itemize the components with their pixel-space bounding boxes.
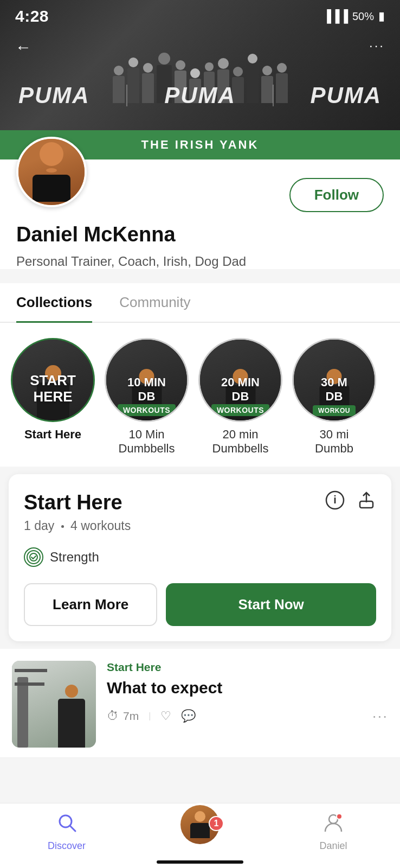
collection-label-20min: 20 minDumbbells — [212, 427, 269, 456]
avatar — [16, 137, 87, 207]
battery-icon: ▮ — [378, 9, 385, 23]
strength-label: Strength — [50, 550, 99, 565]
more-options-button[interactable]: ··· — [369, 38, 385, 53]
svg-point-4 — [27, 551, 40, 564]
collection-item-30min[interactable]: 30 MDB WORKOU 30 miDumbb — [292, 338, 376, 456]
puma-logo-2: PUMA — [164, 82, 236, 108]
status-time: 4:28 — [15, 7, 49, 25]
days-text: 1 day — [24, 519, 54, 533]
hero-crowd — [0, 30, 400, 130]
collection-title-start-here: STARTHERE — [12, 373, 93, 405]
share-button[interactable] — [357, 490, 376, 514]
collection-title-10min: 10 MINDB — [106, 375, 187, 403]
start-here-card: Start Here i 1 day 4 workouts — [9, 474, 391, 641]
svg-text:i: i — [333, 494, 337, 506]
post-info: Start Here What to expect ⏱ 7m | ♡ 💬 ··· — [107, 661, 388, 725]
post-thumb-bg — [12, 661, 96, 748]
discover-icon — [56, 812, 77, 837]
avatar-body — [33, 175, 70, 202]
gym-rack-icon — [17, 677, 28, 748]
profile-header-row: Follow — [16, 159, 384, 223]
avatar-container — [16, 137, 87, 207]
status-bar: 4:28 ▐▐▐ 50% ▮ — [0, 0, 400, 33]
strength-icon — [24, 547, 43, 567]
home-indicator — [157, 860, 243, 864]
battery-level: 50% — [352, 10, 374, 23]
collection-circle-start-here[interactable]: STARTHERE — [11, 338, 95, 422]
post-person — [58, 685, 85, 748]
collection-circle-10min[interactable]: 10 MINDB WORKOUTS — [105, 338, 189, 422]
puma-banner: PUMA PUMA PUMA — [0, 82, 400, 108]
learn-more-button[interactable]: Learn More — [24, 583, 157, 626]
gym-bar-icon — [15, 669, 47, 672]
post-meta-row: ⏱ 7m | ♡ 💬 ··· — [107, 707, 388, 725]
avatar-person — [33, 142, 70, 202]
badge-label-10min: WORKOUTS — [118, 404, 176, 416]
circle-bg-10min: 10 MINDB WORKOUTS — [106, 340, 187, 420]
card-action-icons: i — [325, 490, 376, 514]
comment-icon[interactable]: 💬 — [181, 709, 196, 723]
collection-badge-10min: WORKOUTS — [106, 404, 187, 416]
post-title: What to expect — [107, 678, 388, 698]
start-now-button[interactable]: Start Now — [166, 583, 376, 626]
collection-title-20min: 20 MINDB — [200, 375, 281, 403]
collection-label-start-here: Start Here — [24, 427, 81, 442]
tabs-row: Collections Community — [0, 283, 400, 323]
nav-center: 1 — [133, 818, 267, 846]
avatar-inner — [18, 139, 85, 205]
profile-section: Follow Daniel McKenna Personal Trainer, … — [0, 159, 400, 269]
post-comment[interactable]: 💬 — [181, 709, 196, 723]
profile-name: Daniel McKenna — [16, 223, 384, 248]
nav-profile-label: Daniel — [319, 840, 347, 852]
avatar-head — [40, 142, 63, 166]
collection-badge-30min: WORKOU — [294, 405, 375, 416]
post-thumbnail[interactable] — [12, 661, 96, 748]
svg-line-7 — [70, 826, 75, 831]
post-like[interactable]: ♡ — [160, 709, 171, 723]
circle-bg-30min: 30 MDB WORKOU — [294, 340, 375, 420]
collection-circle-20min[interactable]: 20 MINDB WORKOUTS — [198, 338, 282, 422]
back-button[interactable]: ← — [15, 38, 31, 56]
status-icons: ▐▐▐ 50% ▮ — [322, 9, 385, 23]
card-buttons: Learn More Start Now — [24, 583, 376, 626]
nav-discover-label: Discover — [48, 840, 86, 852]
strength-row: Strength — [24, 547, 376, 567]
post-card: Start Here What to expect ⏱ 7m | ♡ 💬 ··· — [0, 649, 400, 758]
circle-bg-20min: 20 MINDB WORKOUTS — [200, 340, 281, 420]
workouts-text: 4 workouts — [70, 519, 131, 533]
profile-icon — [323, 812, 344, 837]
nav-feed[interactable]: 1 — [178, 818, 222, 846]
nav-badge: 1 — [209, 816, 224, 831]
collection-circle-30min[interactable]: 30 MDB WORKOU — [292, 338, 376, 422]
puma-logo-1: PUMA — [18, 82, 90, 108]
bottom-nav: Discover 1 Daniel — [0, 803, 400, 868]
collection-label-10min: 10 MinDumbbells — [119, 427, 175, 456]
heart-icon[interactable]: ♡ — [160, 709, 171, 723]
clock-icon: ⏱ — [107, 709, 119, 723]
nav-profile[interactable]: Daniel — [267, 812, 400, 852]
post-more-button[interactable]: ··· — [372, 707, 388, 725]
nav-discover[interactable]: Discover — [0, 812, 133, 852]
post-duration: ⏱ 7m — [107, 709, 139, 723]
collection-item-20min[interactable]: 20 MINDB WORKOUTS 20 minDumbbells — [198, 338, 282, 456]
tab-collections[interactable]: Collections — [16, 283, 92, 322]
badge-label-20min: WORKOUTS — [211, 404, 269, 416]
post-inner: Start Here What to expect ⏱ 7m | ♡ 💬 ··· — [0, 649, 400, 748]
card-subtitle: 1 day 4 workouts — [24, 519, 376, 533]
card-title: Start Here — [24, 491, 122, 514]
collection-item-start-here[interactable]: STARTHERE Start Here — [11, 338, 95, 456]
card-header-row: Start Here i — [24, 490, 376, 514]
tab-community[interactable]: Community — [119, 283, 190, 322]
profile-bio: Personal Trainer, Coach, Irish, Dog Dad — [16, 254, 384, 269]
post-collection-tag: Start Here — [107, 661, 388, 674]
follow-button[interactable]: Follow — [289, 178, 384, 212]
badge-label-30min: WORKOU — [313, 405, 356, 416]
collection-label-30min: 30 miDumbb — [315, 427, 353, 456]
duration-text: 7m — [123, 710, 139, 723]
info-button[interactable]: i — [325, 490, 345, 514]
signal-icon: ▐▐▐ — [322, 9, 348, 23]
collection-title-30min: 30 MDB — [294, 375, 375, 403]
collection-item-10min[interactable]: 10 MINDB WORKOUTS 10 MinDumbbells — [105, 338, 189, 456]
circle-bg-start-here: STARTHERE — [12, 340, 93, 420]
gym-bar-icon-2 — [15, 682, 44, 686]
